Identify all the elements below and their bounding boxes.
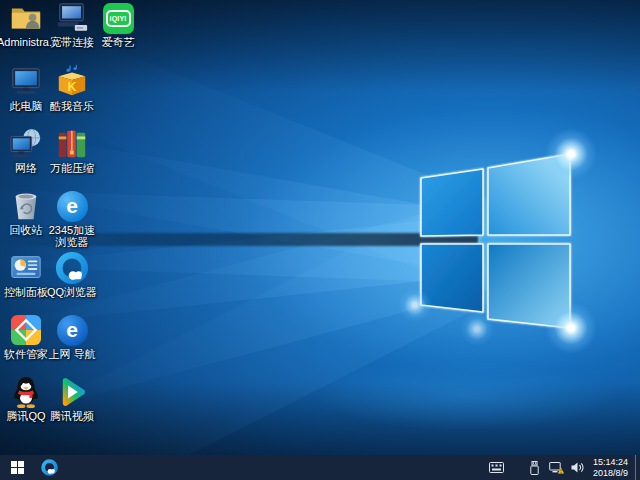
desktop-icon-recycle-bin[interactable]: 回收站 xyxy=(0,188,52,237)
taskbar: 15:14:24 2018/8/9 xyxy=(0,455,640,480)
desktop-icon-label: 回收站 xyxy=(10,225,43,237)
windows-desktop: Administra... 宽带连接 iQIYI 爱奇艺 xyxy=(0,0,640,480)
network-warning-icon[interactable] xyxy=(549,460,564,476)
desktop-icon-label: 爱奇艺 xyxy=(102,37,135,49)
svg-text:K: K xyxy=(68,80,77,94)
desktop-icon-label: 控制面板 xyxy=(4,287,48,299)
desktop-icon-wanneng-archiver[interactable]: 万能压缩 xyxy=(46,126,98,175)
desktop-icon-label: 软件管家 xyxy=(4,349,48,361)
desktop-icon-kuwo-music[interactable]: K 酷我音乐 xyxy=(46,64,98,113)
clock-time: 15:14:24 xyxy=(593,457,628,468)
show-desktop-button[interactable] xyxy=(635,455,640,480)
desktop-icon-label: 腾讯视频 xyxy=(50,411,94,423)
touch-keyboard-icon[interactable] xyxy=(489,460,504,476)
windows-flag-icon xyxy=(11,461,24,474)
this-pc-icon xyxy=(8,64,44,100)
desktop-icon-tencent-qq[interactable]: 腾讯QQ xyxy=(0,374,52,423)
tencent-qq-icon xyxy=(8,374,44,410)
desktop-icon-label: 2345加速浏览器 xyxy=(46,225,98,248)
user-folder-icon xyxy=(8,0,44,36)
desktop-icon-tencent-video[interactable]: 腾讯视频 xyxy=(46,374,98,423)
qq-browser-icon xyxy=(54,250,90,286)
software-manager-icon xyxy=(8,312,44,348)
desktop-icon-web-navigation[interactable]: e 上网 导航 xyxy=(46,312,98,361)
usb-device-icon[interactable] xyxy=(527,460,542,476)
recycle-bin-icon xyxy=(8,188,44,224)
desktop-icon-iqiyi[interactable]: iQIYI 爱奇艺 xyxy=(92,0,144,49)
wanneng-archiver-icon xyxy=(54,126,90,162)
desktop-icon-user-folder[interactable]: Administra... xyxy=(0,0,52,49)
start-button[interactable] xyxy=(0,455,34,480)
desktop-icon-software-manager[interactable]: 软件管家 xyxy=(0,312,52,361)
system-tray xyxy=(489,460,586,476)
desktop-icon-label: 腾讯QQ xyxy=(6,411,45,423)
kuwo-music-icon: K xyxy=(54,64,90,100)
floor-glow xyxy=(250,345,640,445)
desktop-icon-label: 上网 导航 xyxy=(48,349,95,361)
desktop-icon-label: 此电脑 xyxy=(10,101,43,113)
taskbar-qq-browser-button[interactable] xyxy=(34,455,64,480)
broadband-connection-icon xyxy=(54,0,90,36)
network-icon xyxy=(8,126,44,162)
desktop-icon-label: 网络 xyxy=(15,163,37,175)
desktop-icon-label: 酷我音乐 xyxy=(50,101,94,113)
qq-browser-icon xyxy=(41,459,58,476)
desktop-icon-broadband[interactable]: 宽带连接 xyxy=(46,0,98,49)
clock-date: 2018/8/9 xyxy=(593,468,628,479)
web-navigation-icon: e xyxy=(54,312,90,348)
control-panel-icon xyxy=(8,250,44,286)
desktop-icon-label: 宽带连接 xyxy=(50,37,94,49)
volume-icon[interactable] xyxy=(571,460,586,476)
desktop-icon-2345-browser[interactable]: e 2345加速浏览器 xyxy=(46,188,98,248)
desktop-icon-control-panel[interactable]: 控制面板 xyxy=(0,250,52,299)
tencent-video-icon xyxy=(54,374,90,410)
desktop-icon-network[interactable]: 网络 xyxy=(0,126,52,175)
desktop-icon-label: 万能压缩 xyxy=(50,163,94,175)
2345-browser-icon: e xyxy=(54,188,90,224)
desktop-icon-this-pc[interactable]: 此电脑 xyxy=(0,64,52,113)
taskbar-clock[interactable]: 15:14:24 2018/8/9 xyxy=(593,457,628,478)
windows-logo xyxy=(418,148,576,340)
desktop-icon-label: QQ浏览器 xyxy=(47,287,97,299)
iqiyi-icon: iQIYI xyxy=(100,0,136,36)
desktop-icon-qq-browser[interactable]: QQ浏览器 xyxy=(46,250,98,299)
